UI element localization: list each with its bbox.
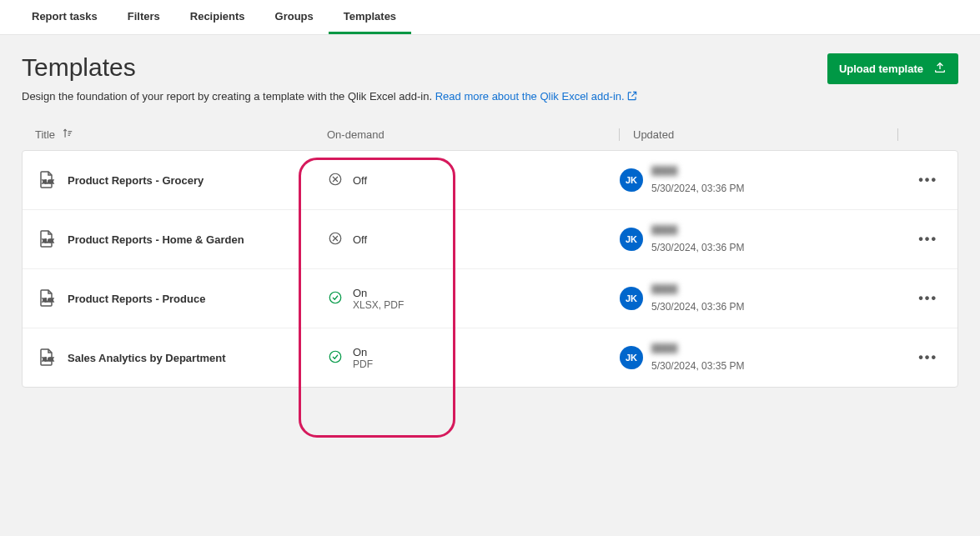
tab-report-tasks[interactable]: Report tasks xyxy=(17,0,113,34)
sort-icon xyxy=(62,128,73,142)
avatar: JK xyxy=(620,346,643,369)
status-on-icon xyxy=(328,290,343,308)
cell-ondemand: OnXLSX, PDF xyxy=(328,287,620,311)
read-more-link[interactable]: Read more about the Qlik Excel add-in. xyxy=(435,90,638,103)
ondemand-status: On xyxy=(353,287,404,299)
ondemand-formats: XLSX, PDF xyxy=(353,299,404,311)
templates-list: XLSXProduct Reports - GroceryOffJK████5/… xyxy=(22,150,958,388)
ondemand-status: Off xyxy=(353,233,367,246)
avatar: JK xyxy=(620,168,643,192)
ondemand-status: On xyxy=(353,346,373,358)
cell-title: XLSXSales Analytics by Department xyxy=(36,347,328,369)
template-title: Product Reports - Grocery xyxy=(68,174,204,187)
template-title: Product Reports - Home & Garden xyxy=(68,233,244,246)
xlsx-file-icon: XLSX xyxy=(36,288,56,310)
cell-title: XLSXProduct Reports - Produce xyxy=(36,288,328,310)
cell-ondemand: OnPDF xyxy=(328,346,620,370)
table-header: Title On-demand Updated xyxy=(22,119,958,150)
svg-text:XLSX: XLSX xyxy=(43,357,54,362)
svg-point-5 xyxy=(329,292,341,303)
tab-bar: Report tasksFiltersRecipientsGroupsTempl… xyxy=(0,0,980,35)
updated-timestamp: 5/30/2024, 03:36 PM xyxy=(651,242,744,253)
external-link-icon xyxy=(626,90,638,104)
svg-text:XLSX: XLSX xyxy=(43,238,54,243)
updated-timestamp: 5/30/2024, 03:35 PM xyxy=(651,360,744,372)
user-name-redacted: ████ xyxy=(651,284,726,294)
user-name-redacted: ████ xyxy=(651,166,710,176)
column-header-title[interactable]: Title xyxy=(35,128,327,142)
ondemand-status: Off xyxy=(353,174,367,187)
cell-updated: JK████5/30/2024, 03:36 PM xyxy=(620,166,899,194)
cell-ondemand: Off xyxy=(328,231,620,248)
tab-templates[interactable]: Templates xyxy=(329,0,411,34)
user-name-redacted: ████ xyxy=(651,225,710,235)
page-description: Design the foundation of your report by … xyxy=(22,90,638,104)
svg-text:XLSX: XLSX xyxy=(43,179,54,184)
column-header-updated[interactable]: Updated xyxy=(619,128,898,141)
xlsx-file-icon: XLSX xyxy=(36,347,56,369)
avatar: JK xyxy=(620,287,643,310)
updated-timestamp: 5/30/2024, 03:36 PM xyxy=(651,183,744,194)
table-row[interactable]: XLSXProduct Reports - GroceryOffJK████5/… xyxy=(23,151,957,210)
template-title: Sales Analytics by Department xyxy=(68,352,226,364)
description-text: Design the foundation of your report by … xyxy=(22,90,435,103)
status-off-icon xyxy=(328,172,343,189)
more-actions-button[interactable]: ••• xyxy=(912,288,944,309)
template-title: Product Reports - Produce xyxy=(68,293,205,305)
cell-updated: JK████5/30/2024, 03:36 PM xyxy=(620,284,899,313)
xlsx-file-icon: XLSX xyxy=(36,228,56,251)
tab-recipients[interactable]: Recipients xyxy=(175,0,260,34)
cell-title: XLSXProduct Reports - Home & Garden xyxy=(36,228,328,251)
more-actions-button[interactable]: ••• xyxy=(912,347,944,368)
cell-updated: JK████5/30/2024, 03:35 PM xyxy=(620,343,899,372)
page-content: Templates Design the foundation of your … xyxy=(0,35,980,406)
cell-ondemand: Off xyxy=(328,172,620,189)
upload-icon xyxy=(933,61,947,77)
status-on-icon xyxy=(328,349,343,367)
tab-filters[interactable]: Filters xyxy=(113,0,175,34)
svg-text:XLSX: XLSX xyxy=(43,298,54,303)
table-row[interactable]: XLSXProduct Reports - Home & GardenOffJK… xyxy=(23,210,957,269)
more-actions-button[interactable]: ••• xyxy=(912,228,944,250)
cell-updated: JK████5/30/2024, 03:36 PM xyxy=(620,225,899,253)
upload-template-button[interactable]: Upload template xyxy=(827,53,958,84)
table-row[interactable]: XLSXSales Analytics by DepartmentOnPDFJK… xyxy=(23,328,957,387)
cell-title: XLSXProduct Reports - Grocery xyxy=(36,169,328,192)
svg-point-7 xyxy=(329,351,341,363)
more-actions-button[interactable]: ••• xyxy=(912,169,944,191)
column-header-ondemand[interactable]: On-demand xyxy=(327,128,619,141)
ondemand-formats: PDF xyxy=(353,358,373,370)
upload-button-label: Upload template xyxy=(839,63,923,75)
tab-groups[interactable]: Groups xyxy=(260,0,329,34)
page-title: Templates xyxy=(22,53,638,82)
avatar: JK xyxy=(620,228,643,251)
user-name-redacted: ████ xyxy=(651,343,735,353)
table-row[interactable]: XLSXProduct Reports - ProduceOnXLSX, PDF… xyxy=(23,269,957,328)
updated-timestamp: 5/30/2024, 03:36 PM xyxy=(651,301,744,313)
status-off-icon xyxy=(328,231,343,248)
xlsx-file-icon: XLSX xyxy=(36,169,56,192)
